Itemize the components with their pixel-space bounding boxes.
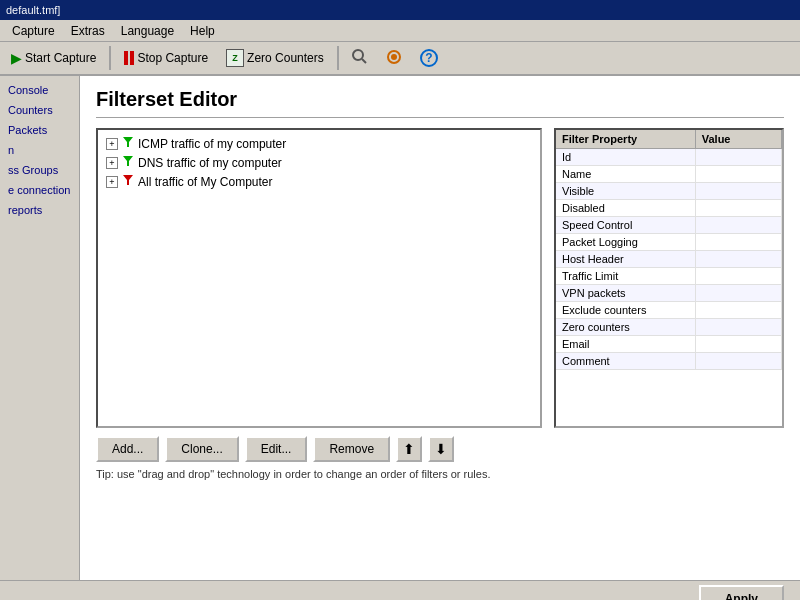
filter-label-all: All traffic of My Computer [138, 175, 272, 189]
filter-label-dns: DNS traffic of my computer [138, 156, 282, 170]
sidebar-item-connection[interactable]: e connection [0, 180, 79, 200]
property-row-9: Exclude counters [556, 302, 782, 319]
add-button[interactable]: Add... [96, 436, 159, 462]
down-arrow-icon: ⬇ [435, 441, 447, 457]
property-name-7: Traffic Limit [556, 268, 695, 285]
property-value-10[interactable] [695, 319, 781, 336]
property-value-3[interactable] [695, 200, 781, 217]
tip-text: Tip: use "drag and drop" technology in o… [96, 468, 784, 480]
menu-language[interactable]: Language [113, 22, 182, 40]
header-value: Value [695, 130, 781, 149]
property-value-5[interactable] [695, 234, 781, 251]
stop-capture-label: Stop Capture [137, 51, 208, 65]
filter-funnel-all [122, 174, 134, 189]
start-capture-button[interactable]: ▶ Start Capture [4, 45, 103, 71]
expand-icon-all[interactable]: + [106, 176, 118, 188]
zero-counters-icon: Z [226, 49, 244, 67]
editor-area: + ICMP traffic of my computer + [96, 128, 784, 428]
property-row-12: Comment [556, 353, 782, 370]
filter-item-all[interactable]: + All traffic of My Computer [102, 172, 536, 191]
clone-button[interactable]: Clone... [165, 436, 238, 462]
expand-icon[interactable]: + [106, 138, 118, 150]
page-title: Filterset Editor [96, 88, 784, 118]
start-capture-label: Start Capture [25, 51, 96, 65]
svg-marker-4 [123, 137, 133, 147]
move-down-button[interactable]: ⬇ [428, 436, 454, 462]
property-value-4[interactable] [695, 217, 781, 234]
filter-funnel-dns [122, 155, 134, 170]
expand-icon-dns[interactable]: + [106, 157, 118, 169]
property-value-9[interactable] [695, 302, 781, 319]
property-value-2[interactable] [695, 183, 781, 200]
buttons-row: Add... Clone... Edit... Remove ⬆ ⬇ [96, 436, 784, 462]
sidebar-item-console[interactable]: Console [0, 80, 79, 100]
property-value-6[interactable] [695, 251, 781, 268]
property-row-2: Visible [556, 183, 782, 200]
apply-area: Apply [0, 580, 800, 600]
zero-counters-button[interactable]: Z Zero Counters [219, 45, 331, 71]
property-row-8: VPN packets [556, 285, 782, 302]
sidebar-item-counters[interactable]: Counters [0, 100, 79, 120]
property-name-12: Comment [556, 353, 695, 370]
svg-marker-6 [123, 175, 133, 185]
property-name-6: Host Header [556, 251, 695, 268]
property-value-8[interactable] [695, 285, 781, 302]
up-arrow-icon: ⬆ [403, 441, 415, 457]
property-name-8: VPN packets [556, 285, 695, 302]
filter-icon [386, 49, 402, 68]
properties-table: Filter Property Value IdNameVisibleDisab… [556, 130, 782, 370]
toolbar-separator-1 [109, 46, 111, 70]
start-capture-icon: ▶ [11, 50, 22, 66]
menu-extras[interactable]: Extras [63, 22, 113, 40]
filter-item-dns[interactable]: + DNS traffic of my computer [102, 153, 536, 172]
filter-item-icmp[interactable]: + ICMP traffic of my computer [102, 134, 536, 153]
toolbar: ▶ Start Capture Stop Capture Z Zero Coun… [0, 42, 800, 76]
filter-list-panel: + ICMP traffic of my computer + [96, 128, 542, 428]
property-row-5: Packet Logging [556, 234, 782, 251]
filter-label-icmp: ICMP traffic of my computer [138, 137, 286, 151]
sidebar: Console Counters Packets n ss Groups e c… [0, 76, 80, 580]
sidebar-item-n[interactable]: n [0, 140, 79, 160]
move-up-button[interactable]: ⬆ [396, 436, 422, 462]
search-icon [352, 49, 368, 68]
sidebar-item-address-groups[interactable]: ss Groups [0, 160, 79, 180]
property-name-11: Email [556, 336, 695, 353]
property-row-7: Traffic Limit [556, 268, 782, 285]
property-value-1[interactable] [695, 166, 781, 183]
property-value-0[interactable] [695, 149, 781, 166]
menu-help[interactable]: Help [182, 22, 223, 40]
sidebar-item-reports[interactable]: reports [0, 200, 79, 220]
content-area: Filterset Editor + ICMP traffic of my co… [80, 76, 800, 580]
property-row-3: Disabled [556, 200, 782, 217]
filter-funnel-icmp [122, 136, 134, 151]
property-row-4: Speed Control [556, 217, 782, 234]
svg-line-1 [362, 59, 366, 63]
property-name-1: Name [556, 166, 695, 183]
property-value-12[interactable] [695, 353, 781, 370]
property-row-6: Host Header [556, 251, 782, 268]
property-row-10: Zero counters [556, 319, 782, 336]
edit-button[interactable]: Edit... [245, 436, 308, 462]
remove-button[interactable]: Remove [313, 436, 390, 462]
filter-button[interactable] [379, 45, 409, 71]
title-text: default.tmf] [6, 4, 60, 16]
property-name-0: Id [556, 149, 695, 166]
help-icon: ? [420, 49, 438, 67]
svg-point-3 [391, 54, 397, 60]
svg-marker-5 [123, 156, 133, 166]
help-button[interactable]: ? [413, 45, 445, 71]
zero-counters-label: Zero Counters [247, 51, 324, 65]
property-value-7[interactable] [695, 268, 781, 285]
main-layout: Console Counters Packets n ss Groups e c… [0, 76, 800, 580]
property-row-1: Name [556, 166, 782, 183]
search-button[interactable] [345, 45, 375, 71]
property-name-4: Speed Control [556, 217, 695, 234]
property-value-11[interactable] [695, 336, 781, 353]
sidebar-item-packets[interactable]: Packets [0, 120, 79, 140]
menu-capture[interactable]: Capture [4, 22, 63, 40]
stop-capture-button[interactable]: Stop Capture [117, 45, 215, 71]
pause-icon [124, 51, 134, 65]
property-name-9: Exclude counters [556, 302, 695, 319]
apply-button[interactable]: Apply [699, 585, 784, 600]
toolbar-separator-2 [337, 46, 339, 70]
